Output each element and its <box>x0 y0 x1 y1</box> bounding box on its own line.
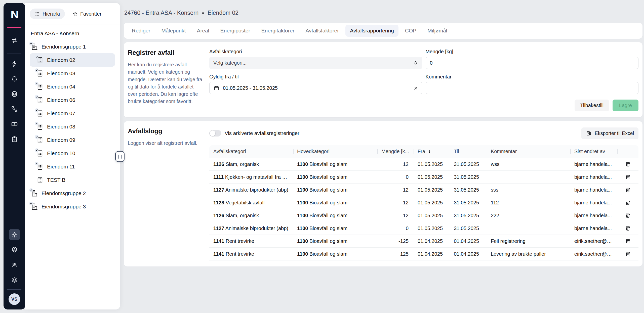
category-select[interactable]: Velg kategori... <box>209 57 422 69</box>
app-logo: N <box>11 9 18 21</box>
property-icon <box>36 136 44 144</box>
tab-miljømål[interactable]: Miljømål <box>423 25 452 37</box>
archive-row-button[interactable] <box>621 251 634 257</box>
sidebar-bottom-icons <box>9 229 20 285</box>
user-avatar[interactable]: VS <box>9 293 20 305</box>
cell-fra: 01.05.2025 <box>414 171 450 184</box>
table-row[interactable]: 1111 Kjøkken- og matavfall fra st...1100… <box>209 171 638 184</box>
tree-item-test-b[interactable]: TEST B <box>30 173 115 187</box>
tree-item-eiendomsgruppe-1[interactable]: Eiendomsgruppe 1 <box>30 40 115 53</box>
archive-row-button[interactable] <box>621 238 634 244</box>
tree-item-eiendom-02[interactable]: Eiendom 02 <box>30 53 115 67</box>
archive-row-button[interactable] <box>621 226 634 231</box>
table-row[interactable]: 1126 Slam, organisk1100 Bioavfall og sla… <box>209 209 638 222</box>
archive-row-button[interactable] <box>621 213 634 218</box>
tree-item-eiendom-10[interactable]: Eiendom 10 <box>30 147 115 160</box>
period-field: Gyldig fra / til 01.05.2025 - 31.05.2025 <box>209 74 422 94</box>
tasks-icon[interactable] <box>9 133 20 145</box>
tree-item-eiendomsgruppe-3[interactable]: Eiendomsgruppe 3 <box>30 200 115 213</box>
tab-avfallsfaktorer[interactable]: Avfallsfaktorer <box>301 25 343 37</box>
tree-item-label: Eiendom 07 <box>47 110 75 116</box>
archive-row-button[interactable] <box>621 187 634 193</box>
breadcrumb-path[interactable]: 24760 - Entra ASA - Konsern <box>124 10 198 16</box>
bolt-icon[interactable] <box>9 58 20 69</box>
tree-item-eiendom-03[interactable]: Eiendom 03 <box>30 67 115 80</box>
col-header-til[interactable]: Til <box>450 145 487 158</box>
archived-toggle[interactable] <box>209 130 221 137</box>
cell-fra: 01.05.2025 <box>414 158 450 171</box>
workflow-icon[interactable] <box>9 103 20 114</box>
property-icon <box>36 176 44 184</box>
tab-målepunkt[interactable]: Målepunkt <box>157 25 190 37</box>
tab-rediger[interactable]: Rediger <box>127 25 155 37</box>
archive-row-button[interactable] <box>621 161 634 167</box>
tab-cop[interactable]: COP <box>400 25 421 37</box>
hierarchy-button[interactable]: Hierarki <box>30 9 65 19</box>
chip-icon[interactable] <box>9 88 20 99</box>
property-icon <box>36 83 44 91</box>
tree-item-eiendom-08[interactable]: Eiendom 08 <box>30 120 115 133</box>
cell-kommentar: Feil registrering <box>487 235 570 248</box>
tree-item-eiendom-11[interactable]: Eiendom 11 <box>30 160 115 173</box>
cell-sist-endret-av: bjarne.handela... <box>570 158 617 171</box>
col-header-hovedkategori[interactable]: Hovedkategori <box>293 145 377 158</box>
tab-energifaktorer[interactable]: Energifaktorer <box>257 25 299 37</box>
col-header-sist-endret-av[interactable]: Sist endret av <box>570 145 617 158</box>
table-row[interactable]: 1127 Animalske biprodukter (abp)1100 Bio… <box>209 222 638 235</box>
comment-input[interactable] <box>426 82 639 94</box>
tree-item-label: Eiendom 08 <box>47 124 75 130</box>
privacy-icon[interactable] <box>9 244 20 255</box>
tree-item-label: Eiendomsgruppe 1 <box>42 44 86 50</box>
amount-field: Mengde [kg] <box>426 49 639 69</box>
calendar-icon <box>214 85 219 91</box>
archive-row-button[interactable] <box>621 200 634 206</box>
category-select-value: Velg kategori... <box>213 60 247 66</box>
tab-energiposter[interactable]: Energiposter <box>216 25 255 37</box>
col-header-mengde-k[interactable]: Mengde [k... <box>377 145 414 158</box>
swap-icon[interactable] <box>9 35 20 46</box>
panel-resize-handle[interactable] <box>115 151 125 162</box>
chevron-updown-icon <box>413 60 418 66</box>
panel-divider <box>25 24 120 24</box>
tree-item-eiendom-09[interactable]: Eiendom 09 <box>30 133 115 147</box>
archive-row-button[interactable] <box>621 174 634 180</box>
tabs: RedigerMålepunktArealEnergiposterEnergif… <box>124 23 642 39</box>
table-row[interactable]: 1141 Rent trevirke1100 Bioavfall og slam… <box>209 248 638 260</box>
bell-icon[interactable] <box>9 73 20 84</box>
table-row[interactable]: 1141 Rent trevirke1100 Bioavfall og slam… <box>209 235 638 248</box>
cell-kommentar: Levering av brukte paller <box>487 248 570 260</box>
table-row[interactable]: 1127 Animalske biprodukter (abp)1100 Bio… <box>209 184 638 196</box>
layers-icon[interactable] <box>9 274 20 285</box>
cell-mengde: 0 <box>377 171 414 184</box>
export-excel-button[interactable]: Eksporter til Excel <box>581 127 638 139</box>
col-header-fra[interactable]: Fra <box>414 145 450 158</box>
property-icon <box>36 150 44 157</box>
amount-label: Mengde [kg] <box>426 49 639 55</box>
tree-item-eiendom-04[interactable]: Eiendom 04 <box>30 80 115 93</box>
clear-date-icon[interactable] <box>413 86 418 91</box>
reset-button[interactable]: Tilbakestill <box>575 100 609 111</box>
tree-root-label[interactable]: Entra ASA - Konsern <box>31 30 115 36</box>
table-row[interactable]: 1126 Slam, organisk1100 Bioavfall og sla… <box>209 158 638 171</box>
users-icon[interactable] <box>9 259 20 270</box>
settings-icon[interactable] <box>9 229 20 240</box>
col-header-actions[interactable] <box>617 145 638 158</box>
tab-areal[interactable]: Areal <box>192 25 214 37</box>
table-row[interactable]: 1128 Vegetabilsk avfall1100 Bioavfall og… <box>209 196 638 209</box>
save-button[interactable]: Lagre <box>613 100 638 111</box>
tab-avfallsrapportering[interactable]: Avfallsrapportering <box>345 25 398 37</box>
tree-item-eiendom-07[interactable]: Eiendom 07 <box>30 107 115 120</box>
tree-item-label: Eiendom 10 <box>47 150 75 156</box>
cash-icon[interactable]: $ <box>9 118 20 129</box>
period-datepicker[interactable]: 01.05.2025 - 31.05.2025 <box>209 82 422 94</box>
tree-item-eiendomsgruppe-2[interactable]: Eiendomsgruppe 2 <box>30 187 115 200</box>
col-header-avfallskategori[interactable]: Avfallskategori <box>209 145 293 158</box>
archived-toggle-wrap[interactable]: Vis arkiverte avfallsregistreringer <box>209 130 299 137</box>
favorites-button[interactable]: Favoritter <box>67 9 106 19</box>
amount-input[interactable] <box>426 57 639 69</box>
tree-item-eiendom-06[interactable]: Eiendom 06 <box>30 93 115 107</box>
register-title: Registrer avfall <box>128 49 202 57</box>
cell-sist-endret-av: bjarne.handela... <box>570 209 617 222</box>
check-badge-icon <box>29 188 33 192</box>
col-header-kommentar[interactable]: Kommentar <box>487 145 570 158</box>
